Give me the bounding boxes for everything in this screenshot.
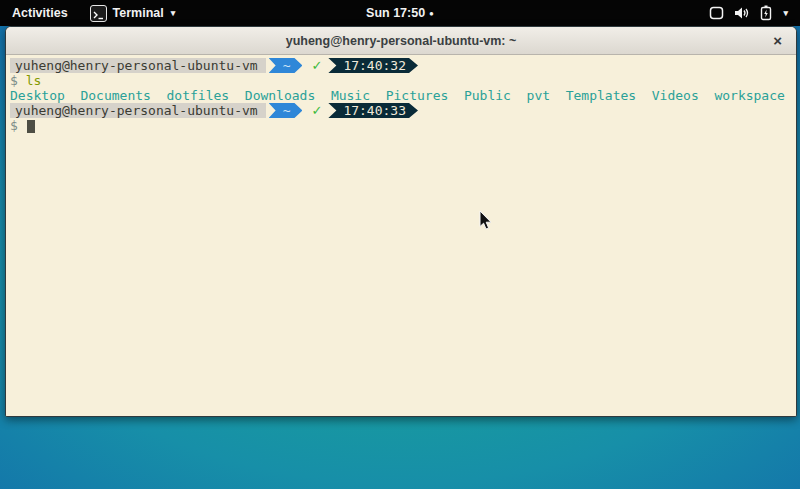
prompt-status-check-icon: ✓ [311,103,322,118]
window-titlebar[interactable]: yuheng@henry-personal-ubuntu-vm: ~ × [6,27,796,55]
screen-icon [709,6,724,20]
app-menu-label: Terminal [113,6,164,20]
prompt-cwd-segment: ~ [269,103,303,118]
prompt-line: yuheng@henry-personal-ubuntu-vm ~ ✓ 17:4… [10,58,796,73]
command-text: ls [26,73,42,88]
top-bar: Activities Terminal ▾ Sun 17:50● [0,0,800,26]
app-menu-terminal[interactable]: Terminal ▾ [80,0,186,26]
prompt-line: yuheng@henry-personal-ubuntu-vm ~ ✓ 17:4… [10,103,796,118]
chevron-down-icon: ▾ [171,9,176,18]
ls-output: Desktop Documents dotfiles Downloads Mus… [10,88,796,103]
system-status-area[interactable]: ▾ [709,0,800,26]
prompt-char: $ [10,118,18,133]
battery-charging-icon [760,5,772,21]
prompt-time-segment: 17:40:33 [328,103,418,118]
volume-icon [734,6,750,20]
prompt-user-host: yuheng@henry-personal-ubuntu-vm [10,103,266,118]
prompt-user-host: yuheng@henry-personal-ubuntu-vm [10,58,266,73]
prompt-char: $ [10,73,18,88]
close-button[interactable]: × [773,27,782,54]
activities-button[interactable]: Activities [0,0,80,26]
prompt-status-check-icon: ✓ [311,58,322,73]
prompt-cwd-segment: ~ [269,58,303,73]
notification-dot: ● [429,9,434,18]
prompt-time-segment: 17:40:32 [328,58,418,73]
clock-label[interactable]: Sun 17:50 [366,6,425,20]
command-line-active[interactable]: $ [10,118,796,133]
terminal-content[interactable]: yuheng@henry-personal-ubuntu-vm ~ ✓ 17:4… [6,55,796,416]
window-title: yuheng@henry-personal-ubuntu-vm: ~ [286,34,517,48]
terminal-window: yuheng@henry-personal-ubuntu-vm: ~ × yuh… [5,26,797,417]
text-cursor [27,120,35,133]
chevron-down-icon: ▾ [783,9,788,18]
command-line: $ ls [10,73,796,88]
terminal-icon [90,5,107,22]
